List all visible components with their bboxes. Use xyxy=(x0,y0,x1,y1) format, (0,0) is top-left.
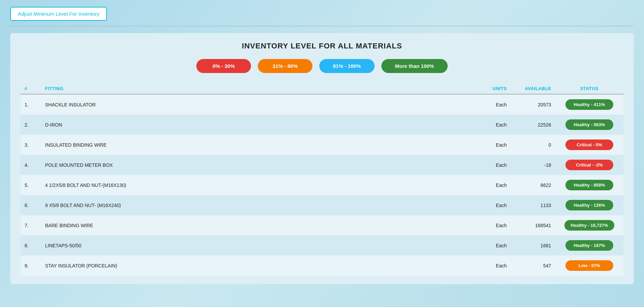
cell-fitting: D-IRON xyxy=(41,115,477,135)
cell-fitting: 9 X5/8 BOLT AND NUT- (M16X240) xyxy=(41,195,477,215)
cell-units: Each xyxy=(477,175,511,195)
cell-units: Each xyxy=(477,94,511,115)
cell-fitting: POLE MOUNTED METER BOX xyxy=(41,155,477,175)
cell-available: 1133 xyxy=(511,195,555,215)
status-badge: Healthy - 187% xyxy=(565,240,613,251)
table-row: 2.D-IRONEach22526Healthy - 563% xyxy=(20,115,624,135)
cell-num: 1. xyxy=(20,94,41,115)
cell-fitting: 4 1/2X5/8 BOLT AND NUT-(M16X130) xyxy=(41,175,477,195)
cell-num: 6. xyxy=(20,195,41,215)
cell-num: 9. xyxy=(20,255,41,276)
col-header-num: # xyxy=(20,83,41,94)
cell-status: Healthy - 411% xyxy=(555,94,624,115)
table-row: 7.BARE BINDING WIREEach168541Healthy - 1… xyxy=(20,215,624,235)
status-badge: Healthy - 563% xyxy=(565,119,613,130)
inventory-table: # FITTING UNITS AVAILABLE STATUS 1.SHACK… xyxy=(20,83,624,276)
cell-units: Each xyxy=(477,195,511,215)
cell-units: Each xyxy=(477,255,511,276)
page-title: INVENTORY LEVEL FOR ALL MATERIALS xyxy=(20,42,624,50)
col-header-available: AVAILABLE xyxy=(511,83,555,94)
table-row: 6.9 X5/8 BOLT AND NUT- (M16X240)Each1133… xyxy=(20,195,624,215)
status-badge: Healthy - 18,727% xyxy=(564,220,614,231)
header-divider xyxy=(10,26,634,26)
cell-fitting: STAY INSULATOR (PORCELAIN) xyxy=(41,255,477,276)
legend-81-100: 81% - 100% xyxy=(319,59,375,73)
table-row: 5.4 1/2X5/8 BOLT AND NUT-(M16X130)Each86… xyxy=(20,175,624,195)
status-badge: Low - 57% xyxy=(565,260,613,271)
cell-num: 2. xyxy=(20,115,41,135)
cell-num: 5. xyxy=(20,175,41,195)
cell-available: 20573 xyxy=(511,94,555,115)
table-row: 8.LINETAPS-50/50Each1681Healthy - 187% xyxy=(20,235,624,255)
status-badge: Healthy - 958% xyxy=(565,180,613,190)
cell-status: Healthy - 187% xyxy=(555,235,624,255)
cell-units: Each xyxy=(477,155,511,175)
cell-num: 8. xyxy=(20,235,41,255)
table-header-row: # FITTING UNITS AVAILABLE STATUS xyxy=(20,83,624,94)
cell-status: Healthy - 18,727% xyxy=(555,215,624,235)
adjust-min-level-button[interactable]: Adjust Minimum Level For Inventory xyxy=(10,7,107,21)
col-header-fitting: FITTING xyxy=(41,83,477,94)
legend-row: 0% - 30% 31% - 80% 81% - 100% More than … xyxy=(20,59,624,73)
cell-status: Healthy - 126% xyxy=(555,195,624,215)
table-row: 3.INSULATED BINDING WIREEach0Critical - … xyxy=(20,135,624,155)
cell-available: 8622 xyxy=(511,175,555,195)
cell-available: -18 xyxy=(511,155,555,175)
cell-available: 168541 xyxy=(511,215,555,235)
cell-fitting: BARE BINDING WIRE xyxy=(41,215,477,235)
status-badge: Critical - -2% xyxy=(565,160,613,170)
cell-available: 0 xyxy=(511,135,555,155)
cell-status: Healthy - 563% xyxy=(555,115,624,135)
legend-100plus: More than 100% xyxy=(381,59,448,73)
table-row: 1.SHACKLE INSULATOREach20573Healthy - 41… xyxy=(20,94,624,115)
cell-available: 547 xyxy=(511,255,555,276)
main-card: INVENTORY LEVEL FOR ALL MATERIALS 0% - 3… xyxy=(10,33,634,284)
table-row: 4.POLE MOUNTED METER BOXEach-18Critical … xyxy=(20,155,624,175)
table-row: 9.STAY INSULATOR (PORCELAIN)Each547Low -… xyxy=(20,255,624,276)
status-badge: Healthy - 411% xyxy=(565,99,613,110)
cell-fitting: INSULATED BINDING WIRE xyxy=(41,135,477,155)
cell-fitting: LINETAPS-50/50 xyxy=(41,235,477,255)
page-wrapper: Adjust Minimum Level For Inventory INVEN… xyxy=(0,0,644,291)
cell-units: Each xyxy=(477,135,511,155)
col-header-status: STATUS xyxy=(555,83,624,94)
cell-num: 4. xyxy=(20,155,41,175)
cell-status: Healthy - 958% xyxy=(555,175,624,195)
cell-status: Low - 57% xyxy=(555,255,624,276)
cell-num: 7. xyxy=(20,215,41,235)
cell-units: Each xyxy=(477,115,511,135)
status-badge: Healthy - 126% xyxy=(565,200,613,210)
cell-units: Each xyxy=(477,235,511,255)
cell-fitting: SHACKLE INSULATOR xyxy=(41,94,477,115)
cell-status: Critical - -2% xyxy=(555,155,624,175)
cell-num: 3. xyxy=(20,135,41,155)
cell-units: Each xyxy=(477,215,511,235)
cell-available: 1681 xyxy=(511,235,555,255)
legend-31-80: 31% - 80% xyxy=(258,59,312,73)
col-header-units: UNITS xyxy=(477,83,511,94)
status-badge: Critical - 0% xyxy=(565,140,613,150)
legend-0-30: 0% - 30% xyxy=(196,59,251,73)
cell-available: 22526 xyxy=(511,115,555,135)
cell-status: Critical - 0% xyxy=(555,135,624,155)
